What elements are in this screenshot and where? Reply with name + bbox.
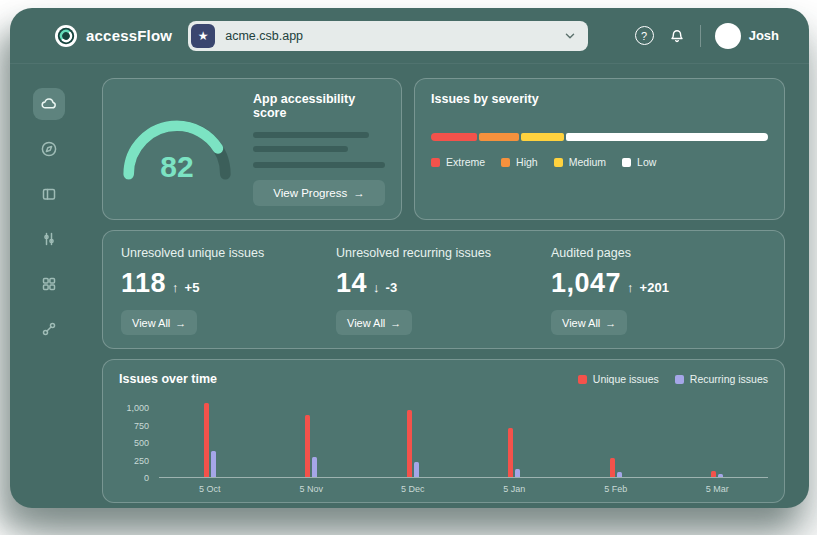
stat-audited-pages: Audited pages 1,047 ↑ +201 View All → (551, 246, 766, 335)
severity-segment-extreme (431, 133, 477, 141)
skeleton-line (253, 132, 369, 138)
arrow-right-icon: → (175, 317, 186, 329)
top-cards-row: 82 App accessibility score View Progress… (102, 78, 785, 220)
legend-swatch-icon (578, 375, 587, 384)
layout-panels-icon (40, 185, 58, 203)
share-nodes-icon (40, 320, 58, 338)
trend-up-icon: ↑ (627, 280, 634, 295)
stat-value-row: 14 ↓ -3 (336, 268, 397, 299)
legend-label: Low (637, 156, 656, 168)
view-all-label: View All (132, 317, 170, 329)
sidebar-item-apps[interactable] (33, 268, 65, 300)
legend-swatch-icon (622, 158, 631, 167)
accessibility-gauge: 82 (119, 118, 235, 180)
severity-legend-item-extreme: Extreme (431, 156, 485, 168)
x-tick-label: 5 Dec (362, 484, 464, 494)
bar-group (667, 398, 769, 477)
help-icon[interactable]: ? (635, 26, 654, 45)
legend-label: Recurring issues (690, 373, 768, 385)
stat-delta: +201 (640, 280, 669, 295)
topbar-divider (700, 25, 701, 47)
severity-segment-medium (521, 133, 564, 141)
stat-label: Unresolved unique issues (121, 246, 264, 260)
y-tick-label: 500 (134, 438, 149, 448)
bar-recurring-issues (414, 462, 419, 477)
main-content: 82 App accessibility score View Progress… (88, 64, 809, 508)
issues-over-time-card: Issues over time Unique issuesRecurring … (102, 359, 785, 503)
project-selector[interactable]: ★ acme.csb.app (188, 21, 588, 51)
accessflow-logo-icon (54, 24, 78, 48)
app-body: 82 App accessibility score View Progress… (10, 64, 809, 508)
bar-group (565, 398, 667, 477)
user-menu[interactable]: Josh (715, 23, 779, 49)
legend-label: Unique issues (593, 373, 659, 385)
score-value: 82 (119, 150, 235, 184)
bar-recurring-issues (617, 472, 622, 477)
legend-swatch-icon (675, 375, 684, 384)
stat-unresolved-recurring-issues: Unresolved recurring issues 14 ↓ -3 View… (336, 246, 551, 335)
score-card-title: App accessibility score (253, 92, 385, 120)
sidebar-item-explore[interactable] (33, 133, 65, 165)
severity-segment-low (566, 133, 768, 141)
bar-recurring-issues (515, 469, 520, 477)
view-all-button[interactable]: View All → (121, 310, 197, 335)
bar-recurring-issues (718, 474, 723, 477)
view-all-button[interactable]: View All → (551, 310, 627, 335)
skeleton-line (253, 146, 348, 152)
sidebar (10, 64, 88, 508)
brand-name: accessFlow (86, 27, 172, 44)
bar-recurring-issues (312, 457, 317, 477)
topbar: accessFlow ★ acme.csb.app ? Josh (10, 8, 809, 64)
bar-group (362, 398, 464, 477)
severity-bar (431, 133, 768, 141)
chart-legend: Unique issuesRecurring issues (578, 373, 768, 385)
view-progress-label: View Progress (273, 187, 347, 199)
severity-legend-item-low: Low (622, 156, 656, 168)
arrow-right-icon: → (353, 187, 365, 199)
chart-plot (159, 398, 768, 478)
view-all-label: View All (347, 317, 385, 329)
x-tick-label: 5 Nov (261, 484, 363, 494)
sidebar-item-share[interactable] (33, 313, 65, 345)
severity-card-title: Issues by severity (431, 92, 768, 106)
dashboard-cloud-icon (40, 95, 58, 113)
chart-x-axis: 5 Oct5 Nov5 Dec5 Jan5 Feb5 Mar (159, 484, 768, 494)
stat-value-row: 1,047 ↑ +201 (551, 268, 669, 299)
grid-icon (40, 275, 58, 293)
notifications-bell-icon[interactable] (668, 27, 686, 45)
chart-body: 02505007501,000 (119, 398, 768, 478)
severity-segment-high (479, 133, 519, 141)
stat-delta: +5 (185, 280, 200, 295)
view-all-button[interactable]: View All → (336, 310, 412, 335)
bar-group (261, 398, 363, 477)
x-tick-label: 5 Jan (464, 484, 566, 494)
chart-header: Issues over time Unique issuesRecurring … (119, 372, 768, 386)
stat-unresolved-unique-issues: Unresolved unique issues 118 ↑ +5 View A… (121, 246, 336, 335)
severity-legend-item-medium: Medium (554, 156, 606, 168)
legend-label: Extreme (446, 156, 485, 168)
stat-label: Unresolved recurring issues (336, 246, 491, 260)
star-icon: ★ (191, 24, 215, 48)
y-tick-label: 250 (134, 456, 149, 466)
arrow-right-icon: → (605, 317, 616, 329)
stats-card: Unresolved unique issues 118 ↑ +5 View A… (102, 230, 785, 349)
chart-y-axis: 02505007501,000 (119, 398, 159, 478)
sidebar-item-layout[interactable] (33, 178, 65, 210)
arrow-right-icon: → (390, 317, 401, 329)
sidebar-item-settings-sliders[interactable] (33, 223, 65, 255)
view-progress-button[interactable]: View Progress → (253, 180, 385, 206)
stat-value-row: 118 ↑ +5 (121, 268, 199, 299)
bar-unique-issues (204, 403, 209, 477)
y-tick-label: 0 (144, 473, 149, 483)
y-tick-label: 1,000 (126, 403, 149, 413)
chart-legend-item: Unique issues (578, 373, 659, 385)
sliders-icon (40, 230, 58, 248)
project-selector-value: acme.csb.app (225, 29, 303, 43)
bar-unique-issues (407, 410, 412, 477)
chart-title: Issues over time (119, 372, 217, 386)
x-tick-label: 5 Oct (159, 484, 261, 494)
stat-label: Audited pages (551, 246, 631, 260)
sidebar-item-dashboard[interactable] (33, 88, 65, 120)
bar-group (464, 398, 566, 477)
stat-value: 118 (121, 268, 166, 299)
